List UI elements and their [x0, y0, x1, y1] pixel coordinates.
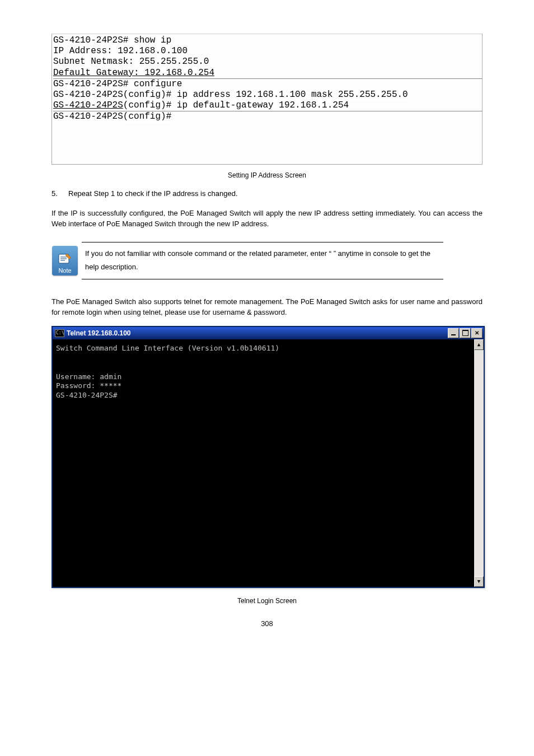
close-button[interactable]: ✕	[471, 328, 483, 338]
console-line: IP Address: 192.168.0.100	[53, 46, 482, 57]
telnet-terminal[interactable]: Switch Command Line Interface (Version v…	[53, 339, 484, 587]
console-line: GS-4210-24P2S# configure	[53, 78, 482, 90]
console-output-box: GS-4210-24P2S# show ip IP Address: 192.1…	[51, 34, 483, 165]
minimize-button[interactable]	[448, 328, 459, 338]
terminal-line: Password: *****	[56, 381, 121, 390]
console-line: GS-4210-24P2S(config)# ip default-gatewa…	[53, 100, 482, 111]
note-callout: Note If you do not familiar with console…	[51, 242, 443, 279]
console-line: GS-4210-24P2S(config)# ip address 192.16…	[53, 90, 482, 100]
maximize-button[interactable]	[460, 328, 471, 338]
note-label: Note	[58, 267, 71, 274]
console-line: GS-4210-24P2S(config)#	[53, 111, 482, 122]
scroll-track[interactable]	[474, 350, 484, 576]
step-number: 5.	[51, 189, 68, 198]
terminal-line: GS-4210-24P2S#	[56, 391, 118, 399]
note-icon: Note	[52, 246, 78, 276]
terminal-line: Username: admin	[56, 372, 121, 381]
page-number: 308	[51, 619, 483, 628]
figure-caption: Setting IP Address Screen	[51, 171, 483, 179]
scrollbar[interactable]: ▲ ▼	[474, 339, 484, 587]
note-text: If you do not familiar with console comm…	[82, 242, 443, 279]
cmd-icon: C:\	[55, 329, 64, 337]
terminal-line: Switch Command Line Interface (Version v…	[56, 344, 279, 352]
telnet-window: C:\ Telnet 192.168.0.100 ✕ Switch Comman…	[51, 326, 485, 588]
scroll-up-button[interactable]: ▲	[474, 339, 484, 350]
console-line: Subnet Netmask: 255.255.255.0	[53, 57, 482, 67]
console-line: GS-4210-24P2S# show ip	[53, 35, 482, 46]
prompt-cmd: # show ip	[123, 35, 171, 45]
console-line: Default Gateway: 192.168.0.254	[53, 68, 482, 78]
titlebar[interactable]: C:\ Telnet 192.168.0.100 ✕	[53, 327, 484, 339]
body-paragraph: The PoE Managed Switch also supports tel…	[51, 296, 483, 318]
window-title: Telnet 192.168.0.100	[67, 329, 448, 337]
prompt-host: GS-4210-24P2S	[53, 35, 123, 45]
scroll-down-button[interactable]: ▼	[474, 576, 484, 587]
step-text: Repeat Step 1 to check if the IP address…	[68, 189, 483, 198]
figure-caption: Telnet Login Screen	[51, 597, 483, 605]
body-paragraph: If the IP is successfully configured, th…	[51, 208, 483, 230]
